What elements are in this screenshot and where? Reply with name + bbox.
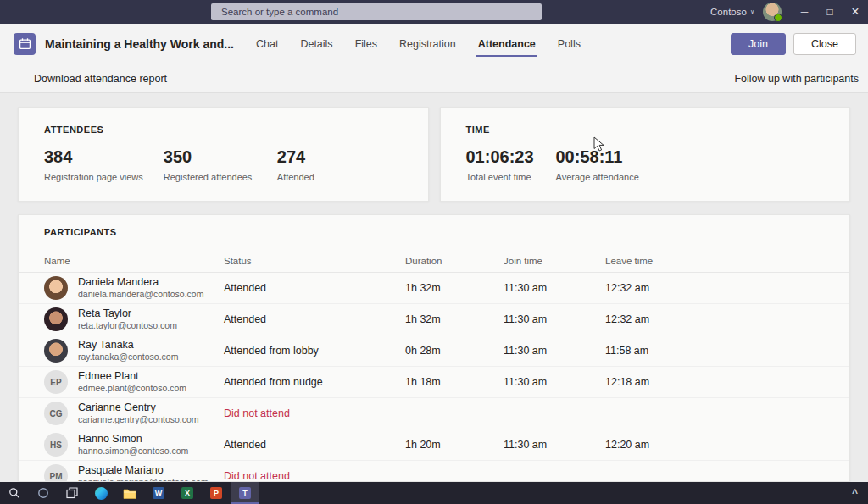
tab-bar: Chat Details Files Registration Attendan… xyxy=(256,24,581,64)
table-row[interactable]: Daniela Mandera daniela.mandera@contoso.… xyxy=(19,273,849,304)
tab-chat[interactable]: Chat xyxy=(256,24,278,64)
taskbar-task-view-icon[interactable] xyxy=(58,482,86,504)
titlebar: Contoso ∨ ─ □ × xyxy=(0,0,868,24)
taskbar-word-icon[interactable]: W xyxy=(144,482,173,504)
search-input[interactable] xyxy=(211,3,542,20)
chevron-down-icon: ∨ xyxy=(750,8,754,15)
stat-total-event-time: 01:06:23 Total event time xyxy=(466,147,541,182)
join-button[interactable]: Join xyxy=(731,33,786,55)
column-name: Name xyxy=(44,256,224,266)
tab-attendance[interactable]: Attendance xyxy=(478,24,536,64)
taskbar-file-explorer-icon[interactable] xyxy=(115,482,144,504)
stat-registered-attendees: 350 Registered attendees xyxy=(164,147,257,182)
table-row[interactable]: PM Pasquale Mariano pasquale.mariano@con… xyxy=(19,461,849,482)
time-card: TIME 01:06:23 Total event time 00:58:11 … xyxy=(440,107,851,202)
participant-join-time: 11:30 am xyxy=(504,282,605,294)
stat-label: Registered attendees xyxy=(164,172,257,182)
participant-name: Hanno Simon xyxy=(78,433,188,446)
participant-email: ray.tanaka@contoso.com xyxy=(78,352,178,363)
participant-email: reta.taylor@contoso.com xyxy=(78,320,177,331)
maximize-button[interactable]: □ xyxy=(817,0,843,24)
stat-attended: 274 Attended xyxy=(277,147,370,182)
tab-details[interactable]: Details xyxy=(300,24,332,64)
follow-up-link[interactable]: Follow up with participants xyxy=(734,73,859,85)
column-status: Status xyxy=(224,256,405,266)
participant-status: Attended from nudge xyxy=(224,376,405,388)
participant-status: Attended xyxy=(224,282,405,294)
table-row[interactable]: Ray Tanaka ray.tanaka@contoso.com Attend… xyxy=(19,335,849,367)
table-header: Name Status Duration Join time Leave tim… xyxy=(19,249,849,273)
participant-status: Attended from lobby xyxy=(224,345,405,357)
participant-email: hanno.simon@contoso.com xyxy=(78,446,188,457)
participant-status: Did not attend xyxy=(224,470,405,482)
participants-title: PARTICIPANTS xyxy=(19,227,849,237)
stat-label: Registration page views xyxy=(44,172,143,182)
participant-leave-time: 12:32 am xyxy=(605,282,824,294)
taskbar-excel-icon[interactable]: X xyxy=(173,482,202,504)
participant-leave-time: 11:58 am xyxy=(605,345,824,357)
participant-join-time: 11:30 am xyxy=(504,439,605,451)
participant-name: Reta Taylor xyxy=(78,307,177,320)
participant-name: Carianne Gentry xyxy=(78,402,199,414)
participants-card: PARTICIPANTS Name Status Duration Join t… xyxy=(18,214,850,482)
taskbar-cortana-icon[interactable] xyxy=(29,482,58,504)
taskbar-edge-icon[interactable] xyxy=(86,482,115,504)
participant-avatar xyxy=(44,276,68,300)
calendar-event-icon xyxy=(14,33,36,55)
stat-label: Average attendance xyxy=(556,172,639,182)
stat-registration-page-views: 384 Registration page views xyxy=(44,147,143,182)
participant-status: Did not attend xyxy=(224,407,405,419)
participant-join-time: 11:30 am xyxy=(504,376,605,388)
time-card-title: TIME xyxy=(466,125,825,135)
actions-bar: Download attendance report Follow up wit… xyxy=(0,64,868,93)
participant-leave-time: 12:20 am xyxy=(605,439,824,451)
attendees-card-title: ATTENDEES xyxy=(44,125,403,135)
participant-avatar xyxy=(44,339,68,363)
participant-duration: 1h 32m xyxy=(405,282,504,294)
participant-leave-time: 12:32 am xyxy=(605,313,824,325)
tab-registration[interactable]: Registration xyxy=(399,24,456,64)
taskbar-search-icon[interactable] xyxy=(0,482,29,504)
teams-window: Contoso ∨ ─ □ × Maintaining a Healthy Wo… xyxy=(0,0,868,504)
participant-name: Ray Tanaka xyxy=(78,339,178,352)
window-close-button[interactable]: × xyxy=(843,0,868,24)
tab-polls[interactable]: Polls xyxy=(558,24,581,64)
tray-expand-icon[interactable]: ^ xyxy=(852,487,858,499)
participant-status: Attended xyxy=(224,439,405,451)
participant-avatar: EP xyxy=(44,370,68,394)
tab-files[interactable]: Files xyxy=(355,24,377,64)
stat-value: 274 xyxy=(277,147,370,167)
attendance-report: ATTENDEES 384 Registration page views 35… xyxy=(0,93,868,482)
table-row[interactable]: EP Edmee Plant edmee.plant@contoso.com A… xyxy=(19,367,849,398)
user-avatar[interactable] xyxy=(763,3,782,21)
stat-label: Total event time xyxy=(466,172,541,182)
stat-label: Attended xyxy=(277,172,370,182)
close-meeting-button[interactable]: Close xyxy=(793,33,856,55)
participant-email: edmee.plant@contoso.com xyxy=(78,383,186,394)
stat-average-attendance: 00:58:11 Average attendance xyxy=(556,147,639,182)
attendees-card: ATTENDEES 384 Registration page views 35… xyxy=(18,107,429,202)
download-attendance-report-link[interactable]: Download attendance report xyxy=(34,73,167,85)
participant-join-time: 11:30 am xyxy=(504,313,605,325)
stat-value: 384 xyxy=(44,147,143,167)
participant-duration: 1h 20m xyxy=(405,439,504,451)
taskbar-powerpoint-icon[interactable]: P xyxy=(202,482,231,504)
stat-value: 350 xyxy=(164,147,257,167)
column-leave-time: Leave time xyxy=(605,256,824,266)
participant-email: daniela.mandera@contoso.com xyxy=(78,289,203,300)
taskbar-teams-icon[interactable]: T xyxy=(231,482,259,504)
table-row[interactable]: HS Hanno Simon hanno.simon@contoso.com A… xyxy=(19,429,849,461)
participant-duration: 0h 28m xyxy=(405,345,504,357)
participant-avatar: PM xyxy=(44,464,68,482)
participant-avatar: CG xyxy=(44,402,68,425)
participant-name: Daniela Mandera xyxy=(78,276,203,289)
column-join-time: Join time xyxy=(504,256,605,266)
table-row[interactable]: CG Carianne Gentry carianne.gentry@conto… xyxy=(19,398,849,429)
table-row[interactable]: Reta Taylor reta.taylor@contoso.com Atte… xyxy=(19,304,849,335)
tenant-name[interactable]: Contoso xyxy=(710,7,747,17)
minimize-button[interactable]: ─ xyxy=(792,0,817,24)
participant-status: Attended xyxy=(224,313,405,325)
participant-join-time: 11:30 am xyxy=(504,345,605,357)
column-duration: Duration xyxy=(405,256,504,266)
participant-name: Pasquale Mariano xyxy=(78,464,209,477)
